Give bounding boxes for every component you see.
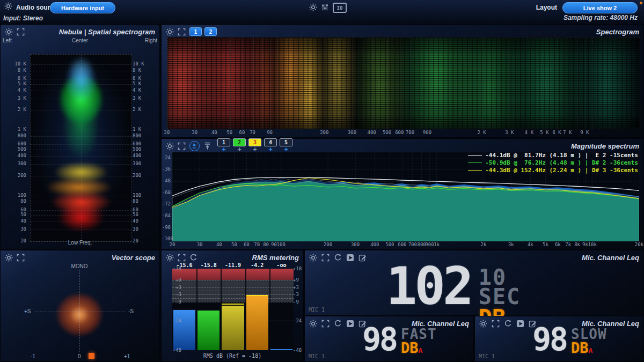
gear-icon[interactable] bbox=[5, 28, 13, 36]
fullscreen-icon[interactable] bbox=[17, 254, 25, 262]
gear-icon[interactable] bbox=[166, 254, 174, 262]
gridline bbox=[270, 38, 271, 129]
refresh-icon[interactable] bbox=[189, 254, 197, 262]
freq-tick-label: 200 bbox=[1, 173, 26, 178]
leq-value: 102 bbox=[386, 265, 471, 308]
db-tick-label: -60 bbox=[162, 190, 171, 195]
fullscreen-icon[interactable] bbox=[17, 28, 25, 36]
db-tick-label: -108 bbox=[162, 236, 171, 241]
freq-tick-label: 800 bbox=[133, 133, 141, 138]
gridline bbox=[592, 38, 593, 129]
play-icon[interactable] bbox=[346, 320, 354, 328]
nebula-gear-slot[interactable] bbox=[5, 28, 13, 36]
db-tick-label: -3 bbox=[293, 292, 303, 297]
layout-preset-button[interactable]: Live show 2 bbox=[562, 2, 638, 13]
magnitude-fullscreen-slot[interactable] bbox=[178, 142, 186, 150]
fullscreen-icon[interactable] bbox=[321, 320, 330, 328]
memory-slot-button[interactable]: 5 bbox=[280, 138, 292, 146]
readout-text: -44.3dB @ 152.4Hz (2.24 m ) | D# 3 -36ce… bbox=[485, 167, 638, 174]
gridline bbox=[585, 38, 586, 129]
leq-edit-slot[interactable] bbox=[358, 254, 367, 262]
balance-marker[interactable] bbox=[89, 353, 94, 359]
refresh-icon[interactable] bbox=[334, 254, 342, 262]
db-tick-label: -48 bbox=[172, 348, 181, 353]
gridline bbox=[372, 38, 373, 129]
gear-icon[interactable] bbox=[309, 3, 317, 11]
gear-icon[interactable] bbox=[309, 254, 317, 262]
leq-play-slot[interactable] bbox=[516, 320, 524, 328]
leq-fullscreen-slot[interactable] bbox=[492, 320, 500, 328]
freq-tick-label: 90 bbox=[267, 130, 273, 135]
db-tick-label: -48 bbox=[293, 348, 303, 353]
leq-weighting: A bbox=[589, 346, 593, 354]
spectrogram-view-button[interactable]: 2 bbox=[204, 27, 217, 36]
play-icon[interactable] bbox=[516, 320, 524, 328]
fullscreen-icon[interactable] bbox=[178, 254, 186, 262]
gear-icon-slot[interactable] bbox=[4, 2, 12, 10]
leq-reset-slot[interactable] bbox=[334, 254, 342, 262]
fullscreen-icon[interactable] bbox=[178, 28, 186, 36]
memory-slot-button[interactable]: 1 bbox=[217, 138, 230, 146]
gridline bbox=[530, 38, 530, 129]
leq-fullscreen-slot[interactable] bbox=[321, 254, 330, 262]
plus-s-label: +S bbox=[24, 308, 31, 314]
gear-icon[interactable] bbox=[5, 254, 13, 262]
peak-readout-row: -44.1dB @ 81.7Hz (4.18 m ) | E 2 -15cent… bbox=[467, 152, 639, 159]
pan-left-label: Left bbox=[3, 38, 12, 43]
rms-meter-plot bbox=[172, 269, 294, 350]
hardware-input-button[interactable]: Hardware input bbox=[50, 2, 115, 13]
leq-reset-slot[interactable] bbox=[334, 320, 342, 328]
gear-icon[interactable] bbox=[166, 28, 174, 36]
db-tick-label: +3 bbox=[172, 285, 181, 290]
refresh-icon[interactable] bbox=[334, 320, 342, 328]
live-icon[interactable]: live bbox=[189, 141, 200, 151]
magnitude-gear-slot[interactable] bbox=[166, 142, 174, 150]
gear-icon[interactable] bbox=[4, 2, 12, 10]
vectorscope-gear-slot[interactable] bbox=[5, 254, 13, 262]
gear-icon[interactable] bbox=[309, 320, 317, 328]
settings-gear-slot[interactable] bbox=[309, 3, 317, 11]
gear-icon[interactable] bbox=[166, 142, 174, 150]
freq-tick-label: 400 bbox=[133, 153, 141, 158]
leq-unit: DB bbox=[401, 339, 419, 356]
leq-play-slot[interactable] bbox=[346, 254, 354, 262]
nebula-fullscreen-slot[interactable] bbox=[17, 28, 25, 36]
freq-tick-label: 6 K bbox=[552, 130, 561, 135]
leq-value: 98 bbox=[362, 327, 397, 353]
freq-tick-label: 100 bbox=[133, 193, 141, 198]
play-icon[interactable] bbox=[346, 254, 354, 262]
spectrogram-gear-slot[interactable] bbox=[166, 28, 174, 36]
memory-slot-button[interactable]: 2 bbox=[233, 138, 246, 146]
spectrogram-fullscreen-slot[interactable] bbox=[178, 28, 186, 36]
memory-slot-button[interactable]: 4 bbox=[264, 138, 277, 146]
rms-reset-slot[interactable] bbox=[189, 254, 197, 262]
io-icon[interactable]: IO bbox=[333, 3, 347, 13]
db-tick-label: +9 bbox=[172, 277, 181, 283]
fullscreen-icon[interactable] bbox=[178, 142, 186, 150]
leq-play-slot[interactable] bbox=[346, 320, 354, 328]
fullscreen-icon[interactable] bbox=[321, 254, 330, 262]
sliders-icon[interactable] bbox=[321, 3, 329, 11]
leq-value: 98 bbox=[532, 327, 567, 353]
leq-fullscreen-slot[interactable] bbox=[321, 320, 330, 328]
rms-clip-zone bbox=[172, 269, 294, 280]
leq-reset-slot[interactable] bbox=[504, 320, 512, 328]
edit-icon[interactable] bbox=[358, 254, 367, 262]
gear-icon[interactable] bbox=[479, 320, 487, 328]
readout-line-swatch bbox=[468, 162, 482, 163]
vectorscope-fullscreen-slot[interactable] bbox=[17, 254, 25, 262]
import-arrow-icon[interactable] bbox=[203, 142, 211, 150]
gridline bbox=[215, 38, 215, 129]
db-tick-label: -84 bbox=[162, 213, 171, 218]
memory-slot-button[interactable]: 3 bbox=[248, 138, 261, 146]
leq-gear-slot[interactable] bbox=[309, 320, 317, 328]
refresh-icon[interactable] bbox=[504, 320, 512, 328]
rms-fullscreen-slot[interactable] bbox=[178, 254, 186, 262]
fullscreen-icon[interactable] bbox=[492, 320, 500, 328]
leq-gear-slot[interactable] bbox=[479, 320, 487, 328]
leq-gear-slot[interactable] bbox=[309, 254, 317, 262]
rms-gear-slot[interactable] bbox=[166, 254, 174, 262]
leq-display: 98 FAST DBA bbox=[362, 327, 436, 355]
spectrogram-view-button[interactable]: 1 bbox=[189, 27, 202, 36]
input-stereo-label: Input: Stereo bbox=[3, 14, 43, 22]
